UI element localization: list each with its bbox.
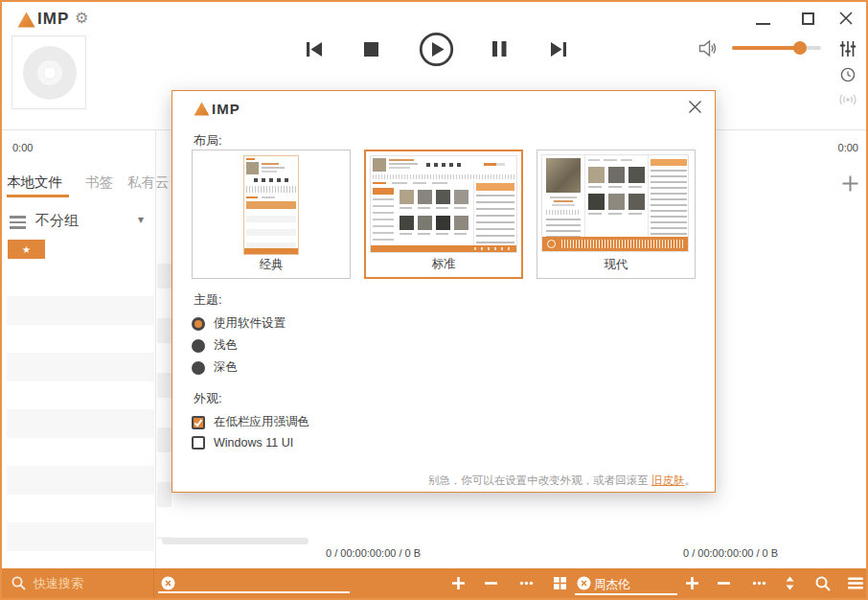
layout-label-standard: 标准 <box>366 256 521 272</box>
group-menu-button[interactable] <box>10 216 26 229</box>
sort-playlists-button[interactable] <box>783 576 797 594</box>
background-content-sliver <box>157 264 171 540</box>
checkbox-checked-icon <box>192 416 205 429</box>
close-icon <box>688 100 702 114</box>
playlist-more-button[interactable] <box>752 576 766 594</box>
add-source-button[interactable] <box>842 175 858 196</box>
up-down-arrows-icon <box>783 576 797 590</box>
minimize-icon <box>756 23 770 25</box>
remaining-time: 0:00 <box>838 142 858 153</box>
playlist-status-right: 0 / 00:00:00:00 / 0 B <box>683 547 778 559</box>
playlist-tab[interactable]: 周杰伦 <box>594 577 630 593</box>
radio-dark-theme[interactable]: 深色 <box>192 359 238 376</box>
next-icon <box>550 41 567 58</box>
close-icon <box>839 12 853 25</box>
add-playlist-button[interactable] <box>685 576 699 594</box>
speaker-icon <box>698 39 718 58</box>
bottom-bar-divider <box>153 568 154 598</box>
plus-icon <box>842 175 858 192</box>
aimp-triangle-icon <box>194 102 210 116</box>
volume-button[interactable] <box>698 39 718 61</box>
tab-local-files[interactable]: 本地文件 <box>7 173 62 192</box>
checkbox-accent-bottom-bar[interactable]: 在低栏应用强调色 <box>192 414 309 430</box>
layout-option-standard[interactable]: 标准 <box>364 150 523 279</box>
chevron-down-icon[interactable]: ▾ <box>138 213 144 226</box>
maximize-button[interactable] <box>802 12 814 25</box>
aimp-window: IMP ⚙ <box>0 0 868 600</box>
checkbox-icon <box>192 436 205 450</box>
sleep-timer-button[interactable] <box>840 67 856 86</box>
quick-search-placeholder: 快速搜索 <box>34 575 83 592</box>
dialog-logo: IMP <box>194 101 240 117</box>
radio-light-theme[interactable]: 浅色 <box>192 337 238 354</box>
ellipsis-icon <box>752 576 766 590</box>
play-button[interactable] <box>419 32 454 71</box>
tab-bookmarks[interactable]: 书签 <box>85 173 113 192</box>
appearance-section-label: 外观: <box>194 390 222 407</box>
layout-label-classic: 经典 <box>193 257 350 273</box>
circle-x-icon <box>577 576 591 590</box>
layout-preview-classic <box>243 155 299 255</box>
library-list-rows <box>7 268 154 569</box>
main-menu-button[interactable] <box>848 576 863 594</box>
plus-icon <box>451 576 466 590</box>
close-button[interactable] <box>839 12 853 29</box>
horizontal-scrollbar[interactable] <box>162 538 308 544</box>
checkbox-windows11-ui[interactable]: Windows 11 UI <box>192 436 293 450</box>
broadcast-icon <box>838 92 857 107</box>
remove-playlist-button[interactable] <box>717 576 731 594</box>
appearance-dialog: IMP 布局: 经典 <box>171 90 716 493</box>
old-skin-link[interactable]: 旧皮肤 <box>651 474 685 486</box>
group-by-label[interactable]: 不分组 <box>35 212 79 230</box>
minimize-button[interactable] <box>755 13 772 27</box>
plus-icon <box>685 576 699 590</box>
volume-thumb[interactable] <box>793 41 807 55</box>
stop-icon <box>364 42 378 57</box>
favorites-filter-button[interactable]: ★ <box>8 240 45 259</box>
layout-preview-standard <box>370 155 517 253</box>
circle-x-icon <box>161 576 175 590</box>
view-mode-button[interactable] <box>553 576 567 594</box>
app-logo-text: IMP <box>37 10 69 29</box>
equalizer-button[interactable] <box>839 40 857 61</box>
tab-private-cloud[interactable]: 私有云 <box>127 173 170 192</box>
app-logo: IMP <box>17 10 69 29</box>
equalizer-icon <box>839 40 857 58</box>
radio-use-software-settings[interactable]: 使用软件设置 <box>192 315 286 332</box>
layout-label-modern: 现代 <box>537 257 695 273</box>
stop-button[interactable] <box>364 42 378 60</box>
cd-disc-icon <box>23 46 77 100</box>
remove-files-button[interactable] <box>484 576 498 594</box>
active-tab-underline <box>7 195 69 197</box>
dialog-logo-text: IMP <box>212 101 240 117</box>
elapsed-time: 0:00 <box>12 142 33 153</box>
pause-button[interactable] <box>492 41 507 60</box>
previous-icon <box>306 41 323 58</box>
layout-option-classic[interactable]: 经典 <box>192 150 351 279</box>
layout-section-label: 布局: <box>194 132 222 150</box>
star-icon: ★ <box>22 244 31 255</box>
search-icon <box>815 576 831 591</box>
quick-search-input[interactable]: 快速搜索 <box>11 568 83 598</box>
panel-divider <box>155 130 156 570</box>
ellipsis-icon <box>519 576 534 590</box>
layout-option-modern[interactable]: 现代 <box>537 150 696 279</box>
playlist-search-button[interactable] <box>815 576 831 595</box>
aimp-triangle-icon <box>17 12 35 28</box>
add-files-button[interactable] <box>451 576 466 594</box>
close-playlist-tab-button[interactable] <box>577 576 591 594</box>
more-options-button[interactable] <box>519 576 534 594</box>
radio-broadcast-button[interactable] <box>838 92 857 111</box>
settings-gear-icon[interactable]: ⚙ <box>75 9 88 27</box>
volume-fill <box>732 46 800 50</box>
filter-input-underline[interactable] <box>158 591 350 593</box>
radio-icon <box>192 339 205 353</box>
dialog-close-button[interactable] <box>688 100 702 118</box>
pause-icon <box>492 41 507 57</box>
bottom-bar: 快速搜索 <box>2 568 866 598</box>
next-track-button[interactable] <box>550 41 567 61</box>
playlist-status-left: 0 / 00:00:00:00 / 0 B <box>326 547 421 559</box>
radio-icon <box>192 361 205 375</box>
volume-slider[interactable] <box>732 46 821 50</box>
previous-track-button[interactable] <box>306 41 323 61</box>
